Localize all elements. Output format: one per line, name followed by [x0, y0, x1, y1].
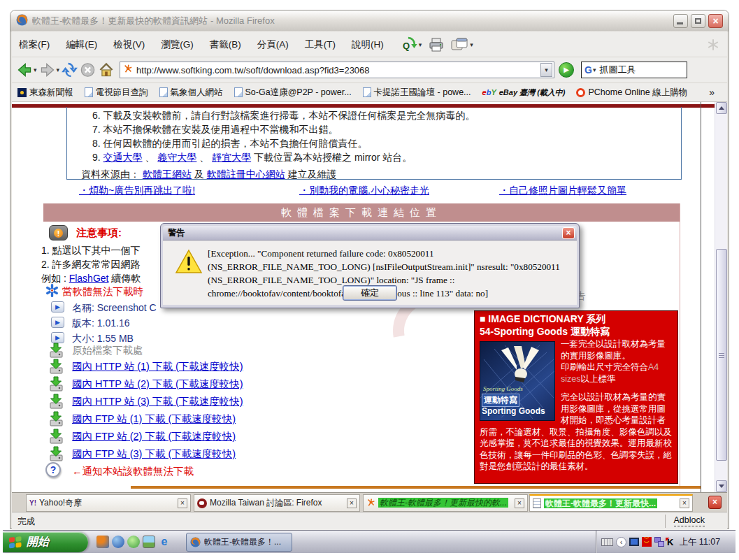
link-softking-site[interactable]: 軟體王網站 — [143, 168, 192, 180]
windows-flag-icon — [8, 536, 22, 550]
restore-button[interactable] — [691, 14, 705, 28]
download-http-2[interactable]: 國內 HTTP 站 (2) 下載 (下載速度較快) — [72, 378, 243, 391]
tab-close-button[interactable]: × — [515, 498, 524, 508]
disclaimer-line-9: 9. 交通大學 、 義守大學 、 靜宜大學 下載位置為本站授權之 mirror … — [92, 152, 412, 164]
bookmark-ebay[interactable]: ebYeBay 臺灣 (載入中) — [482, 87, 566, 98]
ok-button[interactable]: 確定 — [343, 285, 397, 301]
menu-view[interactable]: 檢視(V) — [113, 38, 145, 51]
yahoo-icon: Y! — [29, 499, 36, 507]
minimize-button[interactable] — [673, 14, 688, 28]
go-button[interactable]: ▶ — [559, 62, 574, 78]
start-label: 開始 — [27, 535, 49, 550]
flashget-link[interactable]: FlashGet — [69, 273, 109, 284]
print-button[interactable] — [429, 38, 444, 52]
search-engine-icon[interactable]: G — [584, 64, 592, 76]
source-line: 資料來源由： 軟體王網站 及 軟體註冊中心網站 建立及維護 — [81, 168, 337, 181]
ad-title-line1: ■ IMAGE DICTIONARY 系列 — [480, 313, 673, 326]
flashget-tray-icon[interactable]: ﹀﹀ — [642, 537, 652, 547]
download-icon — [48, 411, 64, 426]
tab-close-button[interactable]: × — [680, 498, 689, 508]
tab-bar: Y! Yahoo!奇摩 × Mozilla Taiwan 討論區: Firefo… — [12, 492, 727, 512]
tab-yahoo[interactable]: Y! Yahoo!奇摩 × — [26, 494, 191, 512]
menu-edit[interactable]: 編輯(E) — [66, 38, 97, 51]
alert-icon — [49, 225, 68, 240]
link-nctu[interactable]: 交通大學 — [103, 152, 143, 163]
bookmark-pchome[interactable]: PChome Online 線上購物 — [576, 87, 687, 99]
menu-file[interactable]: 檔案(F) — [19, 38, 50, 51]
link-register-center[interactable]: 軟體註冊中心網站 — [207, 168, 285, 180]
question-icon: ? — [45, 462, 61, 478]
bookmark-ck101-forum[interactable]: 卡提諾王國論壇 - powe... — [363, 87, 471, 99]
dialog-title-bar: 警告 × — [163, 226, 577, 240]
bookmark-page-icon — [159, 87, 168, 97]
url-dropdown-button[interactable]: ▾ — [540, 63, 552, 77]
url-bar[interactable]: http://www.softking.com.tw/soft/download… — [120, 62, 554, 78]
menu-bar: 檔案(F) 編輯(E) 檢視(V) 瀏覽(G) 書籤(B) 分頁(A) 工具(T… — [12, 31, 727, 57]
quick-translate-button[interactable]: Q ▾ — [400, 36, 422, 53]
keyboard-layout-icon[interactable] — [601, 538, 613, 546]
back-button[interactable]: ▾ — [16, 62, 37, 78]
download-http-3[interactable]: 國內 HTTP 站 (3) 下載 (下載速度較快) — [72, 395, 243, 408]
stop-button[interactable] — [80, 62, 96, 78]
bottom-rule — [131, 486, 701, 489]
download-ftp-3[interactable]: 國內 FTP 站 (3) 下載 (下載速度較快) — [72, 447, 236, 461]
hide-icons-chevron[interactable]: ‹ — [616, 537, 626, 547]
promo-link-2[interactable]: ・別動我的電腦.小心秘密走光 — [299, 185, 429, 197]
promo-link-3[interactable]: ・自己修照片圖片輕鬆又簡單 — [499, 185, 626, 197]
reload-button[interactable] — [62, 62, 78, 78]
scroll-down-button[interactable] — [716, 480, 727, 492]
promo-link-1[interactable]: ・煩勒~廣告別再跳出了啦! — [79, 185, 195, 197]
download-ftp-1[interactable]: 國內 FTP 站 (1) 下載 (下載速度較快) — [72, 412, 236, 426]
notify-broken-link[interactable]: ←通知本站該軟體無法下載 — [72, 465, 194, 478]
software-version: 版本: 1.01.16 — [72, 317, 130, 330]
tab-close-button[interactable]: × — [178, 498, 187, 508]
network-tray-icon[interactable] — [654, 537, 664, 547]
clock[interactable]: 上午 11:07 — [679, 536, 720, 548]
ad-banner[interactable]: ■ IMAGE DICTIONARY 系列 54-Sporting Goods … — [474, 310, 678, 484]
download-http-1[interactable]: 國內 HTTP 站 (1) 下載 (下載速度較快) — [72, 360, 243, 373]
close-button[interactable]: × — [708, 14, 723, 28]
menu-go[interactable]: 瀏覽(G) — [161, 38, 194, 51]
link-isu[interactable]: 義守大學 — [157, 152, 196, 163]
tab-mozilla-taiwan[interactable]: Mozilla Taiwan 討論區: Firefox × — [194, 494, 360, 512]
download-icon — [48, 394, 64, 409]
bookmark-tv-guide[interactable]: 電視節目查詢 — [85, 87, 148, 99]
windows-taskbar: 開始 e 軟體王-軟體最多！... ‹ ﹀﹀ K 上午 11:07 — [3, 530, 736, 553]
ad-image-label-cn: 運動特寫 — [482, 394, 519, 407]
adblock-button[interactable]: Adblock — [674, 515, 705, 526]
search-input[interactable]: 抓圖工具 — [599, 64, 684, 76]
tabbar-close-button[interactable]: × — [708, 496, 722, 509]
tab-close-button[interactable]: × — [347, 498, 357, 508]
menu-tools[interactable]: 工具(T) — [305, 38, 336, 51]
url-text[interactable]: http://www.softking.com.tw/soft/download… — [136, 65, 540, 76]
link-pu[interactable]: 靜宜大學 — [212, 152, 251, 163]
menu-bookmarks[interactable]: 書籤(B) — [210, 38, 241, 51]
quicklaunch-ie-icon[interactable]: e — [158, 536, 171, 548]
vertical-scrollbar[interactable] — [715, 102, 727, 492]
download-ftp-2[interactable]: 國內 FTP 站 (2) 下載 (下載速度較快) — [72, 430, 236, 443]
tab-softking-2-active[interactable]: 軟體王-軟體最多！更新最快... × — [529, 494, 693, 512]
quicklaunch-browser-icon[interactable] — [112, 536, 124, 548]
tab-windows-button[interactable]: ▾ — [451, 38, 473, 52]
kaspersky-tray-icon[interactable]: K — [667, 537, 673, 547]
bookmark-ettoday[interactable]: 東森新聞報 — [17, 87, 73, 99]
display-tray-icon[interactable] — [629, 538, 639, 546]
search-box[interactable]: G▾ 抓圖工具 — [581, 62, 687, 78]
task-button-softking[interactable]: 軟體王-軟體最多！... — [186, 533, 292, 552]
menu-help[interactable]: 說明(H) — [352, 38, 384, 51]
quicklaunch-image-icon[interactable] — [143, 536, 155, 548]
bookmarks-overflow-button[interactable]: » — [709, 87, 715, 98]
bookmark-soga-p2p[interactable]: So-Ga達康@P2P - power... — [234, 87, 352, 99]
home-button[interactable] — [98, 62, 115, 78]
bookmark-weather[interactable]: 氣象個人網站 — [159, 87, 223, 99]
dialog-close-button[interactable]: × — [562, 227, 575, 239]
quicklaunch-messenger-icon[interactable] — [127, 536, 140, 548]
tab-softking-1[interactable]: 軟體王-軟體最多！更新最快的軟... × — [363, 494, 528, 512]
start-button[interactable]: 開始 — [3, 532, 88, 552]
scrollbar-thumb[interactable] — [716, 249, 727, 461]
menu-tabs[interactable]: 分頁(A) — [257, 38, 289, 51]
forward-button[interactable]: ▾ — [39, 62, 60, 78]
firefox-window: 軟體王-軟體最多！更新最快的軟體資訊網站 - Mozilla Firefox ×… — [10, 10, 729, 529]
scroll-up-button[interactable] — [716, 102, 727, 114]
quicklaunch-firefox-icon[interactable] — [96, 536, 109, 548]
